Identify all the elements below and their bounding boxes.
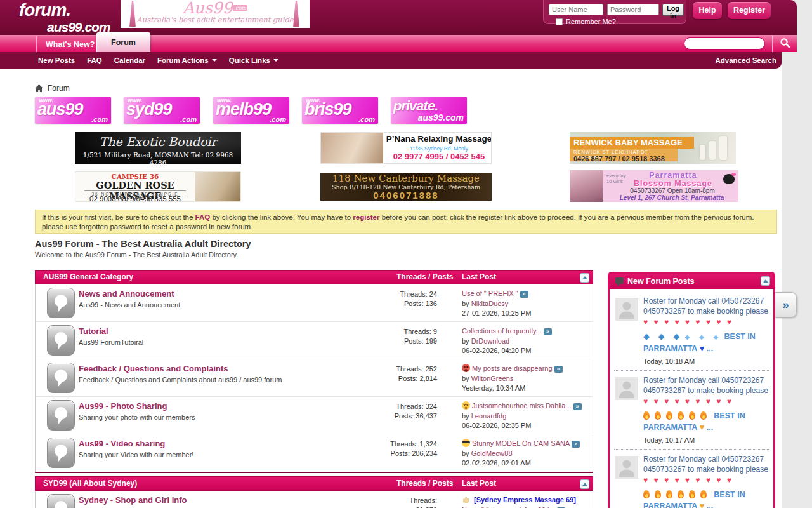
faq-link[interactable]: FAQ [195,213,211,221]
login-button[interactable]: Log in [662,4,684,16]
search-input[interactable] [684,37,765,50]
tab-whats-new[interactable]: What's New? [36,36,103,52]
goto-last-post-icon[interactable] [572,441,580,448]
collapse-button[interactable] [580,479,589,489]
collapse-button[interactable] [761,276,770,286]
post-link[interactable]: Roster for Monday call 0450723267 045073… [643,296,769,354]
last-post-user[interactable]: NikitaDuesy [471,300,509,307]
ad-renwick-massage[interactable]: RENWICK BABY MASSAGE RENWICK ST LEICHHAR… [570,132,736,164]
banner-melb99[interactable]: www. melb99 .com [213,97,289,124]
forum-row-photo-sharing: Aus99 - Photo Sharing Sharing your photo… [36,397,593,434]
username-field[interactable] [549,4,603,15]
avatar[interactable] [615,456,638,479]
gem-icons: ◆ ◆ ◆ [643,331,683,341]
collapse-button[interactable] [580,273,589,283]
banner-name: aus99 [37,100,83,119]
last-post-link[interactable]: [Sydney Empress Massage 69] [474,496,576,504]
last-post-link[interactable]: Stunny MODEL On CAM SANA [472,439,570,447]
heart-icons: ♥ ♥ ♥ ♥ ♥ ♥ ♥ ♥ ♥ [643,476,733,485]
ad-address: Level 1, 267 Church St, Parramatta [605,194,738,201]
post-link[interactable]: Roster for Monday call 0450723267 045073… [643,375,769,433]
ad-canterbury-massage[interactable]: 118 New Canterbury Massage Shop B/118-12… [320,173,492,201]
nav-new-posts[interactable]: New Posts [38,57,75,64]
forum-link[interactable]: Feedback / Questions and Complaints [79,364,228,373]
last-post-link[interactable]: Justsomehourhoe miss Dahlia... [472,402,572,410]
aus99-banner[interactable]: Aus99.com Australia's best adult enterta… [121,0,310,28]
forum-link[interactable]: Sydney - Shop and Girl Info [79,495,187,505]
banner-com-badge: .com [233,5,247,11]
remember-me[interactable]: Remember Me? [556,18,616,25]
last-post-user[interactable]: Nana (Vietnamese) Aug 26 i... [462,506,555,508]
goto-last-post-icon[interactable] [554,366,563,373]
last-post-date: 27-01-2026, 10:25 PM [462,309,531,317]
goto-last-post-icon[interactable] [573,403,582,410]
category-title[interactable]: AUS99 General Category [43,272,133,281]
threads-count: Threads: [410,497,437,504]
forum-link[interactable]: News and Annoucement [79,289,174,298]
remember-checkbox[interactable] [556,18,563,25]
ad-address: 11/36 Sydney Rd. Manly [386,145,492,152]
forum-row-tutorial: Tutorial Aus99 ForumTutoiral Threads: 9P… [36,322,593,359]
banner-name: bris99 [304,100,351,119]
nav-quick-links[interactable]: Quick Links [229,57,278,64]
last-post-user[interactable]: GoldMeow88 [471,450,513,457]
sidebar-header: New Forum Posts [610,274,773,289]
site-logo[interactable]: forum. aus99.com [19,1,110,34]
first-visit-notice: If this is your first visit, be sure to … [35,210,777,234]
nav-forum-actions[interactable]: Forum Actions [157,57,217,64]
page-title: Aus99 Forum - The Best Australia Adult D… [35,239,251,249]
flame-icon [666,490,672,498]
banner-suffix: .com [270,116,286,123]
advanced-search-link[interactable]: Advanced Search [715,52,776,69]
ad-exotic-boudoir[interactable]: The Exotic Boudoir 1/521 Military Road, … [75,132,241,164]
smiley-face-icon [462,401,470,410]
post-link[interactable]: Roster for Monday call 0450723267 045073… [643,454,769,508]
ad-blossom-massage[interactable]: everyday10 Girls Parramatta Blossom Mass… [570,170,738,202]
new-post-item: Roster for Monday call 0450723267 045073… [614,371,769,450]
column-last-post: Last Post [462,271,496,284]
last-post-link[interactable]: My posts are disappearng [472,364,553,372]
banner-private-aus99[interactable]: private. aus99.com [391,97,467,124]
last-post-user[interactable]: DrDownload [471,337,510,345]
avatar[interactable] [615,377,638,400]
register-link[interactable]: register [353,213,379,221]
breadcrumb[interactable]: Forum [35,84,70,93]
site-header: forum. aus99.com Aus99.com Australia's b… [0,0,797,35]
ad-photo [321,133,383,164]
speech-bubble-icon [53,368,69,387]
chevron-down-icon [273,59,278,62]
posts-count: Posts: 2,814 [398,375,437,382]
banner-bris99[interactable]: www. bris99 .com [302,97,378,124]
flame-icon [655,411,661,420]
forum-link[interactable]: Tutorial [79,326,108,336]
search-icon [780,37,790,48]
last-post-link[interactable]: Collections of frequently... [462,327,542,335]
help-button[interactable]: Help [693,2,722,19]
search-button[interactable] [773,35,797,52]
speech-bubble-icon [53,331,69,350]
nav-faq[interactable]: FAQ [87,57,102,64]
tab-forum[interactable]: Forum [96,32,150,52]
goto-last-post-icon[interactable] [520,291,528,298]
banner-aus99[interactable]: www. aus99 .com [35,97,111,124]
category-title[interactable]: SYD99 (All About Sydney) [43,479,137,488]
remember-label: Remember Me? [566,18,616,25]
last-post-link[interactable]: Use of " PREFIX " [462,290,518,297]
last-post-user[interactable]: WiltonGreens [471,375,514,382]
password-field[interactable] [607,4,659,15]
nav-calendar[interactable]: Calendar [114,57,145,64]
forum-link[interactable]: Aus99 - Video sharing [79,439,165,448]
forum-row-sydney-shop: Sydney - Shop and Girl Info Talk about S… [36,491,593,508]
ad-pnana-massage[interactable]: P’Nana Relaxing Massage 11/36 Sydney Rd.… [320,132,492,164]
ad-title: P’Nana Relaxing Massage [386,134,492,144]
register-button[interactable]: Register [728,2,771,19]
breadcrumb-label[interactable]: Forum [48,84,70,93]
banner-syd99[interactable]: www. syd99 .com [124,97,200,124]
goto-last-post-icon[interactable] [544,328,552,335]
forum-link[interactable]: Aus99 - Photo Sharing [79,401,167,411]
category-header: AUS99 General Category Threads / Posts L… [35,270,593,284]
avatar[interactable] [615,298,638,321]
last-post-user[interactable]: Leonardfdg [471,412,507,420]
ad-golden-rose-massage[interactable]: CAMPSIE 36 GOLDEN ROSE MASSAGE 36 NORTH … [75,171,241,202]
sidebar-toggle-button[interactable]: » [775,292,797,318]
